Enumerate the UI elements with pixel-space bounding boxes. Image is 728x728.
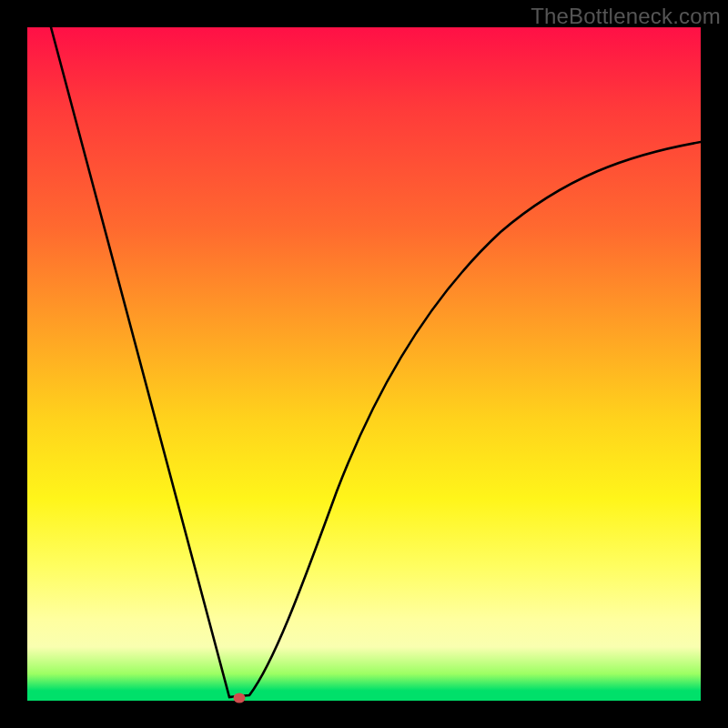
optimal-point-marker [234, 693, 246, 703]
plot-gradient-background [27, 27, 701, 701]
chart-container: TheBottleneck.com [0, 0, 728, 728]
watermark-text: TheBottleneck.com [531, 4, 721, 29]
